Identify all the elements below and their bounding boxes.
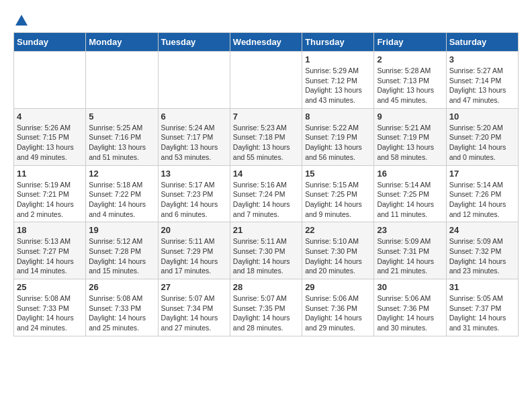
day-number: 22 xyxy=(305,225,371,235)
calendar-cell: 21Sunrise: 5:11 AM Sunset: 7:30 PM Dayli… xyxy=(230,222,302,279)
day-number: 24 xyxy=(449,225,515,235)
calendar-cell xyxy=(86,52,158,109)
day-info: Sunrise: 5:26 AM Sunset: 7:15 PM Dayligh… xyxy=(17,123,83,163)
calendar-cell: 6Sunrise: 5:24 AM Sunset: 7:17 PM Daylig… xyxy=(158,108,230,165)
day-info: Sunrise: 5:07 AM Sunset: 7:34 PM Dayligh… xyxy=(161,293,227,333)
day-number: 23 xyxy=(377,225,443,235)
weekday-header-tuesday: Tuesday xyxy=(158,33,230,52)
day-number: 3 xyxy=(449,54,515,64)
calendar-cell: 31Sunrise: 5:05 AM Sunset: 7:37 PM Dayli… xyxy=(446,279,518,336)
day-info: Sunrise: 5:24 AM Sunset: 7:17 PM Dayligh… xyxy=(161,123,227,163)
day-info: Sunrise: 5:05 AM Sunset: 7:37 PM Dayligh… xyxy=(449,293,515,333)
calendar-cell: 10Sunrise: 5:20 AM Sunset: 7:20 PM Dayli… xyxy=(446,108,518,165)
day-number: 5 xyxy=(89,111,154,122)
weekday-header-row: SundayMondayTuesdayWednesdayThursdayFrid… xyxy=(14,33,519,52)
day-info: Sunrise: 5:15 AM Sunset: 7:25 PM Dayligh… xyxy=(305,180,371,220)
weekday-header-friday: Friday xyxy=(374,33,446,52)
calendar-cell: 26Sunrise: 5:08 AM Sunset: 7:33 PM Dayli… xyxy=(86,279,158,336)
calendar-cell: 30Sunrise: 5:06 AM Sunset: 7:36 PM Dayli… xyxy=(374,279,446,336)
day-number: 21 xyxy=(233,225,299,235)
calendar-cell xyxy=(158,52,230,109)
calendar-cell: 20Sunrise: 5:11 AM Sunset: 7:29 PM Dayli… xyxy=(158,222,230,279)
day-number: 17 xyxy=(449,169,515,179)
day-number: 6 xyxy=(161,111,227,122)
calendar-cell: 18Sunrise: 5:13 AM Sunset: 7:27 PM Dayli… xyxy=(14,222,86,279)
day-info: Sunrise: 5:06 AM Sunset: 7:36 PM Dayligh… xyxy=(377,293,443,333)
day-info: Sunrise: 5:21 AM Sunset: 7:19 PM Dayligh… xyxy=(377,123,443,163)
day-number: 13 xyxy=(161,169,227,179)
calendar-cell: 11Sunrise: 5:19 AM Sunset: 7:21 PM Dayli… xyxy=(14,165,86,222)
day-number: 14 xyxy=(233,169,299,179)
calendar-cell: 1Sunrise: 5:29 AM Sunset: 7:12 PM Daylig… xyxy=(302,52,374,109)
calendar-cell: 27Sunrise: 5:07 AM Sunset: 7:34 PM Dayli… xyxy=(158,279,230,336)
day-info: Sunrise: 5:08 AM Sunset: 7:33 PM Dayligh… xyxy=(89,293,154,333)
day-info: Sunrise: 5:06 AM Sunset: 7:36 PM Dayligh… xyxy=(305,293,371,333)
day-number: 2 xyxy=(377,54,443,64)
calendar-cell: 7Sunrise: 5:23 AM Sunset: 7:18 PM Daylig… xyxy=(230,108,302,165)
day-number: 12 xyxy=(89,169,154,179)
logo xyxy=(13,13,30,26)
weekday-header-sunday: Sunday xyxy=(14,33,86,52)
day-number: 28 xyxy=(233,282,299,292)
calendar-cell xyxy=(230,52,302,109)
calendar-cell: 14Sunrise: 5:16 AM Sunset: 7:24 PM Dayli… xyxy=(230,165,302,222)
calendar-cell: 12Sunrise: 5:18 AM Sunset: 7:22 PM Dayli… xyxy=(86,165,158,222)
day-info: Sunrise: 5:14 AM Sunset: 7:26 PM Dayligh… xyxy=(449,180,515,220)
day-number: 19 xyxy=(89,225,154,235)
day-info: Sunrise: 5:23 AM Sunset: 7:18 PM Dayligh… xyxy=(233,123,299,163)
day-info: Sunrise: 5:29 AM Sunset: 7:12 PM Dayligh… xyxy=(305,66,371,105)
day-number: 29 xyxy=(305,282,371,292)
day-info: Sunrise: 5:22 AM Sunset: 7:19 PM Dayligh… xyxy=(305,123,371,163)
calendar-cell: 15Sunrise: 5:15 AM Sunset: 7:25 PM Dayli… xyxy=(302,165,374,222)
day-info: Sunrise: 5:12 AM Sunset: 7:28 PM Dayligh… xyxy=(89,236,154,276)
calendar-week-row: 1Sunrise: 5:29 AM Sunset: 7:12 PM Daylig… xyxy=(14,52,519,109)
calendar-week-row: 18Sunrise: 5:13 AM Sunset: 7:27 PM Dayli… xyxy=(14,222,519,279)
day-number: 25 xyxy=(17,282,83,292)
day-number: 15 xyxy=(305,169,371,179)
day-number: 16 xyxy=(377,169,443,179)
day-number: 4 xyxy=(17,111,83,122)
calendar-week-row: 25Sunrise: 5:08 AM Sunset: 7:33 PM Dayli… xyxy=(14,279,519,336)
calendar-cell: 19Sunrise: 5:12 AM Sunset: 7:28 PM Dayli… xyxy=(86,222,158,279)
day-number: 11 xyxy=(17,169,83,179)
day-info: Sunrise: 5:16 AM Sunset: 7:24 PM Dayligh… xyxy=(233,180,299,220)
calendar-cell: 2Sunrise: 5:28 AM Sunset: 7:13 PM Daylig… xyxy=(374,52,446,109)
weekday-header-saturday: Saturday xyxy=(446,33,518,52)
calendar-cell xyxy=(14,52,86,109)
page-header xyxy=(13,13,519,26)
calendar-cell: 29Sunrise: 5:06 AM Sunset: 7:36 PM Dayli… xyxy=(302,279,374,336)
calendar-cell: 17Sunrise: 5:14 AM Sunset: 7:26 PM Dayli… xyxy=(446,165,518,222)
calendar-cell: 16Sunrise: 5:14 AM Sunset: 7:25 PM Dayli… xyxy=(374,165,446,222)
calendar-cell: 23Sunrise: 5:09 AM Sunset: 7:31 PM Dayli… xyxy=(374,222,446,279)
day-number: 10 xyxy=(449,111,515,122)
calendar-cell: 22Sunrise: 5:10 AM Sunset: 7:30 PM Dayli… xyxy=(302,222,374,279)
day-info: Sunrise: 5:18 AM Sunset: 7:22 PM Dayligh… xyxy=(89,180,154,220)
day-info: Sunrise: 5:08 AM Sunset: 7:33 PM Dayligh… xyxy=(17,293,83,333)
calendar-table: SundayMondayTuesdayWednesdayThursdayFrid… xyxy=(13,32,519,336)
day-info: Sunrise: 5:09 AM Sunset: 7:32 PM Dayligh… xyxy=(449,236,515,276)
day-info: Sunrise: 5:13 AM Sunset: 7:27 PM Dayligh… xyxy=(17,236,83,276)
day-info: Sunrise: 5:07 AM Sunset: 7:35 PM Dayligh… xyxy=(233,293,299,333)
day-number: 26 xyxy=(89,282,154,292)
calendar-cell: 8Sunrise: 5:22 AM Sunset: 7:19 PM Daylig… xyxy=(302,108,374,165)
weekday-header-monday: Monday xyxy=(86,33,158,52)
calendar-cell: 3Sunrise: 5:27 AM Sunset: 7:14 PM Daylig… xyxy=(446,52,518,109)
calendar-cell: 4Sunrise: 5:26 AM Sunset: 7:15 PM Daylig… xyxy=(14,108,86,165)
day-info: Sunrise: 5:14 AM Sunset: 7:25 PM Dayligh… xyxy=(377,180,443,220)
calendar-week-row: 4Sunrise: 5:26 AM Sunset: 7:15 PM Daylig… xyxy=(14,108,519,165)
calendar-cell: 25Sunrise: 5:08 AM Sunset: 7:33 PM Dayli… xyxy=(14,279,86,336)
calendar-cell: 13Sunrise: 5:17 AM Sunset: 7:23 PM Dayli… xyxy=(158,165,230,222)
day-info: Sunrise: 5:27 AM Sunset: 7:14 PM Dayligh… xyxy=(449,66,515,105)
day-number: 31 xyxy=(449,282,515,292)
day-info: Sunrise: 5:20 AM Sunset: 7:20 PM Dayligh… xyxy=(449,123,515,163)
svg-marker-0 xyxy=(15,15,28,26)
calendar-cell: 5Sunrise: 5:25 AM Sunset: 7:16 PM Daylig… xyxy=(86,108,158,165)
calendar-week-row: 11Sunrise: 5:19 AM Sunset: 7:21 PM Dayli… xyxy=(14,165,519,222)
day-number: 1 xyxy=(305,54,371,64)
day-info: Sunrise: 5:17 AM Sunset: 7:23 PM Dayligh… xyxy=(161,180,227,220)
day-number: 9 xyxy=(377,111,443,122)
day-info: Sunrise: 5:10 AM Sunset: 7:30 PM Dayligh… xyxy=(305,236,371,276)
day-number: 18 xyxy=(17,225,83,235)
calendar-cell: 9Sunrise: 5:21 AM Sunset: 7:19 PM Daylig… xyxy=(374,108,446,165)
day-number: 20 xyxy=(161,225,227,235)
